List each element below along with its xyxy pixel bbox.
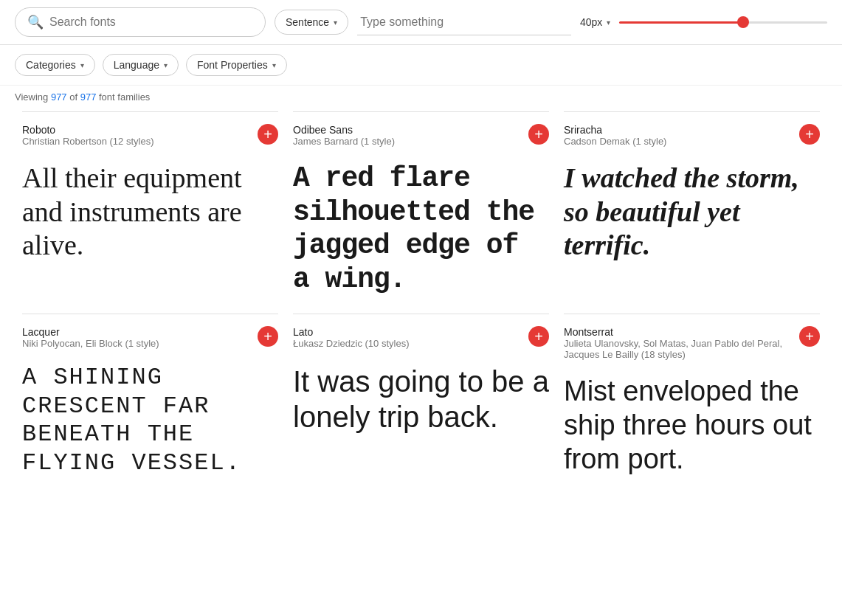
font-name: Odibee Sans [293, 124, 395, 136]
sentence-dropdown[interactable]: Sentence ▾ [275, 10, 348, 35]
font-card: Sriracha Cadson Demak (1 style) + I watc… [564, 111, 820, 314]
font-name: Roboto [22, 124, 153, 136]
font-card: Lato Łukasz Dziedzic (10 styles) + It wa… [293, 314, 549, 495]
font-card-header: Sriracha Cadson Demak (1 style) + [564, 124, 820, 156]
font-preview: Mist enveloped the ship three hours out … [564, 375, 820, 476]
viewing-separator: of [67, 91, 80, 103]
font-card: Odibee Sans James Barnard (1 style) + A … [293, 111, 549, 314]
size-chevron-icon: ▾ [607, 18, 610, 27]
search-box: 🔍 [15, 7, 266, 37]
font-properties-label: Font Properties [197, 59, 268, 71]
font-author: Niki Polyocan, Eli Block (1 style) [22, 338, 159, 349]
add-font-button[interactable]: + [528, 124, 549, 145]
add-font-button[interactable]: + [799, 326, 820, 347]
sentence-label: Sentence [286, 16, 329, 28]
font-card-header: Roboto Christian Robertson (12 styles) + [22, 124, 278, 156]
font-card-header: Lato Łukasz Dziedzic (10 styles) + [293, 326, 549, 358]
font-author: Julieta Ulanovsky, Sol Matas, Juan Pablo… [564, 338, 799, 360]
font-name: Lato [293, 326, 410, 338]
font-author: Łukasz Dziedzic (10 styles) [293, 338, 410, 349]
font-card-header: Lacquer Niki Polyocan, Eli Block (1 styl… [22, 326, 278, 358]
size-slider-container [619, 21, 827, 24]
viewing-total: 977 [80, 91, 97, 103]
language-label: Language [114, 59, 159, 71]
font-preview: It was going to be a lonely trip back. [293, 364, 549, 435]
search-input[interactable] [49, 15, 253, 29]
font-name: Montserrat [564, 326, 799, 338]
font-preview: A Shining Crescent Far Beneath the Flyin… [22, 364, 278, 477]
add-font-button[interactable]: + [528, 326, 549, 347]
font-properties-chevron-icon: ▾ [272, 61, 276, 69]
size-dropdown[interactable]: 40px ▾ [580, 16, 610, 28]
add-font-button[interactable]: + [258, 124, 278, 145]
font-card: Montserrat Julieta Ulanovsky, Sol Matas,… [564, 314, 820, 495]
font-author: James Barnard (1 style) [293, 136, 395, 147]
filter-bar: Categories ▾ Language ▾ Font Properties … [0, 45, 842, 86]
add-font-button[interactable]: + [258, 326, 278, 347]
font-card-header: Montserrat Julieta Ulanovsky, Sol Matas,… [564, 326, 820, 369]
font-author: Christian Robertson (12 styles) [22, 136, 153, 147]
categories-label: Categories [26, 59, 76, 71]
font-preview: I watched the storm, so beautiful yet te… [564, 162, 820, 263]
header: 🔍 Sentence ▾ 40px ▾ [0, 0, 842, 45]
viewing-text: Viewing [15, 91, 51, 103]
font-card-header: Odibee Sans James Barnard (1 style) + [293, 124, 549, 156]
size-label: 40px [580, 16, 602, 28]
categories-button[interactable]: Categories ▾ [15, 54, 95, 76]
search-icon: 🔍 [27, 14, 44, 30]
size-slider[interactable] [619, 21, 827, 24]
type-something-input[interactable] [357, 10, 571, 35]
font-properties-button[interactable]: Font Properties ▾ [186, 54, 287, 76]
font-preview: A red flare silhouetted the jagged edge … [293, 162, 549, 296]
language-button[interactable]: Language ▾ [103, 54, 179, 76]
viewing-suffix: font families [96, 91, 150, 103]
sentence-chevron-icon: ▾ [334, 18, 337, 27]
add-font-button[interactable]: + [799, 124, 820, 145]
font-preview: All their equipment and instruments are … [22, 162, 278, 263]
font-name: Lacquer [22, 326, 159, 338]
font-name: Sriracha [564, 124, 666, 136]
font-card: Lacquer Niki Polyocan, Eli Block (1 styl… [22, 314, 278, 495]
font-author: Cadson Demak (1 style) [564, 136, 666, 147]
categories-chevron-icon: ▾ [80, 61, 84, 69]
font-grid: Roboto Christian Robertson (12 styles) +… [0, 111, 842, 495]
viewing-count: Viewing 977 of 977 font families [0, 86, 842, 111]
font-card: Roboto Christian Robertson (12 styles) +… [22, 111, 278, 314]
viewing-count-number: 977 [51, 91, 67, 103]
language-chevron-icon: ▾ [164, 61, 168, 69]
